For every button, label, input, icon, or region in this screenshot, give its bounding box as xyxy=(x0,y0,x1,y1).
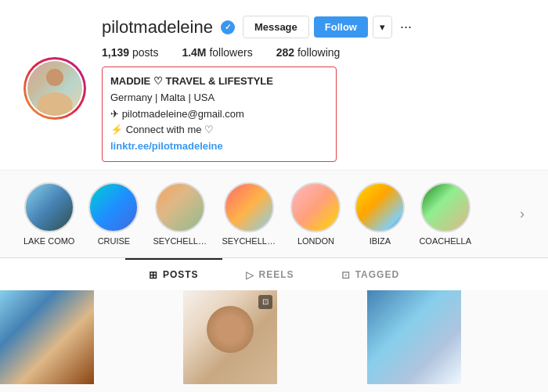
action-buttons: Message Follow ▾ ··· xyxy=(243,16,415,38)
posts-tab-label: POSTS xyxy=(163,269,199,280)
tab-reels[interactable]: ▷ REELS xyxy=(222,258,318,290)
avatar-wrapper xyxy=(23,57,86,120)
reels-tab-icon: ▷ xyxy=(246,269,254,281)
avatar xyxy=(27,61,82,116)
story-item-ibiza[interactable]: IBIZA xyxy=(355,182,405,246)
story-label-lake-como: LAKE COMO xyxy=(23,236,74,246)
story-item-coachella[interactable]: COACHELLA xyxy=(419,182,471,246)
email-text: pilotmadeleine@gmail.com xyxy=(122,108,244,120)
follow-button[interactable]: Follow xyxy=(314,16,368,38)
email-icon: ✈ xyxy=(110,108,119,120)
reels-tab-label: REELS xyxy=(259,269,294,280)
story-circle-ibiza xyxy=(355,182,405,232)
story-circle-seychelle2 xyxy=(224,182,274,232)
followers-stat[interactable]: 1.4M followers xyxy=(182,46,252,59)
stats-row: 1,139 posts 1.4M followers 282 following xyxy=(102,46,525,59)
bio-connect: ⚡ Connect with me ♡ xyxy=(110,122,328,138)
profile-header: pilotmadeleine Message Follow ▾ ··· 1,13… xyxy=(0,0,548,170)
story-circle-seychelle1 xyxy=(155,182,205,232)
camera-icon: ⊡ xyxy=(258,295,272,309)
story-label-coachella: COACHELLA xyxy=(419,236,471,246)
story-label-london: LONDON xyxy=(297,236,334,246)
story-label-seychelle2: SEYCHELLE... xyxy=(222,236,276,246)
tabs-row: ⊞ POSTS ▷ REELS ⊡ TAGGED xyxy=(0,257,548,290)
dropdown-button[interactable]: ▾ xyxy=(373,16,392,38)
story-label-cruise: CRUISE xyxy=(98,236,131,246)
story-item-cruise[interactable]: CRUISE xyxy=(88,182,139,246)
username-row: pilotmadeleine Message Follow ▾ ··· xyxy=(102,16,525,38)
tab-tagged[interactable]: ⊡ TAGGED xyxy=(318,258,423,290)
post-item-2[interactable]: ⊡ xyxy=(183,290,277,384)
story-circle-london xyxy=(290,182,341,232)
story-label-ibiza: IBIZA xyxy=(370,236,391,246)
posts-stat[interactable]: 1,139 posts xyxy=(102,46,158,59)
more-button[interactable]: ··· xyxy=(397,19,415,35)
bio-email: ✈ pilotmadeleine@gmail.com xyxy=(110,106,328,123)
tagged-tab-icon: ⊡ xyxy=(341,269,351,281)
post-item-1[interactable] xyxy=(0,290,94,384)
stories-nav-button[interactable]: › xyxy=(520,206,525,222)
stories-section: LAKE COMO CRUISE SEYCHELLE... SEYCHELLE.… xyxy=(0,170,548,257)
message-button[interactable]: Message xyxy=(243,16,309,38)
story-item-seychelle2[interactable]: SEYCHELLE... xyxy=(222,182,276,246)
connect-icon: ⚡ xyxy=(110,124,123,135)
bio-name: MADDIE ♡ TRAVEL & LIFESTYLE xyxy=(110,74,328,90)
profile-page: pilotmadeleine Message Follow ▾ ··· 1,13… xyxy=(0,0,548,384)
story-item-lake-como[interactable]: LAKE COMO xyxy=(23,182,74,246)
connect-text: Connect with me ♡ xyxy=(126,124,214,135)
story-item-london[interactable]: LONDON xyxy=(290,182,341,246)
tab-posts[interactable]: ⊞ POSTS xyxy=(125,258,222,290)
username: pilotmadeleine xyxy=(102,17,213,38)
bio-link[interactable]: linktr.ee/pilotmadeleine xyxy=(110,140,223,152)
post-item-3[interactable] xyxy=(367,290,461,384)
profile-info: pilotmadeleine Message Follow ▾ ··· 1,13… xyxy=(102,16,525,162)
verified-icon xyxy=(221,20,235,34)
bio-location: Germany | Malta | USA xyxy=(110,90,328,106)
bio-box: MADDIE ♡ TRAVEL & LIFESTYLE Germany | Ma… xyxy=(102,67,337,162)
story-circle-lake-como xyxy=(24,182,74,232)
story-label-seychelle1: SEYCHELLE... xyxy=(153,236,207,246)
posts-tab-icon: ⊞ xyxy=(149,269,158,281)
story-circle-coachella xyxy=(420,182,470,232)
story-circle-cruise xyxy=(88,182,139,232)
tagged-tab-label: TAGGED xyxy=(355,269,399,280)
posts-grid: ⊡ xyxy=(0,290,548,384)
story-item-seychelle1[interactable]: SEYCHELLE... xyxy=(153,182,207,246)
following-stat[interactable]: 282 following xyxy=(276,46,341,59)
